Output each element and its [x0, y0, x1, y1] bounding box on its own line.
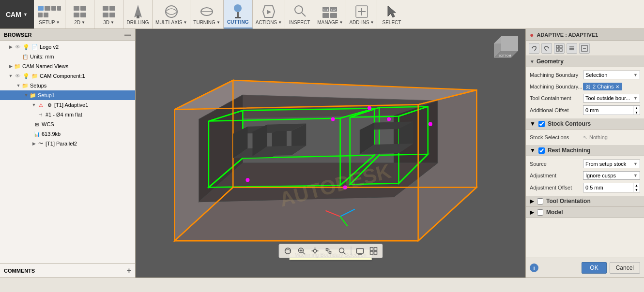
toolbar-group-drilling[interactable]: DRILLING — [123, 0, 153, 29]
svg-text:G2: G2 — [331, 8, 336, 12]
orientation-cube[interactable]: BOTTOM — [487, 34, 521, 68]
model-checkbox[interactable] — [537, 209, 543, 216]
label-tool: #1 - Ø4 mm flat — [46, 112, 82, 117]
adjustment-select[interactable]: Ignore cusps ▼ — [583, 171, 640, 180]
tree-item-parallel2[interactable]: ▶ 〜 [T1] Parallel2 — [0, 139, 135, 148]
stock-selections-label: Stock Selections — [530, 134, 583, 140]
expand-setup1[interactable]: ▼ — [23, 92, 29, 98]
source-select[interactable]: From setup stock ▼ — [583, 160, 640, 168]
tree-item-setups[interactable]: ▼ 📁 Setups — [0, 81, 135, 90]
toolbar-group-setup[interactable]: SETUP ▼ — [34, 0, 65, 29]
expand-tool — [31, 112, 37, 117]
additional-offset-input[interactable]: 0 mm — [583, 106, 633, 114]
svg-rect-0 — [38, 6, 44, 11]
filesize-icon: 📊 — [33, 130, 41, 138]
chains-chip[interactable]: ⛓ 2 Chains ✕ — [583, 83, 622, 90]
rp-collapse-button[interactable] — [579, 43, 590, 54]
svg-rect-108 — [560, 49, 562, 51]
tree-item-filesize[interactable]: 📊 613.9kb — [0, 129, 135, 139]
vbt-fit-button[interactable] — [322, 246, 334, 256]
tree-item-cam-component[interactable]: ▼ 👁 💡 📁 CAM Component:1 — [0, 71, 135, 81]
vbt-display-button[interactable] — [354, 246, 366, 256]
toolbar-group-2d[interactable]: 2D ▼ — [65, 0, 94, 29]
tool-containment-dropdown-arrow: ▼ — [633, 96, 638, 101]
vbt-search-button[interactable] — [336, 246, 348, 256]
tree-item-named-views[interactable]: ▶ 📁 CAM Named Views — [0, 61, 135, 71]
stock-contours-checkbox[interactable] — [538, 121, 545, 127]
toolbar-group-select[interactable]: SELECT — [377, 0, 406, 29]
rp-undo-button[interactable] — [529, 43, 539, 54]
tree-item-units[interactable]: 📋 Units: mm — [0, 52, 135, 61]
viewport[interactable]: AUTODESK BOTTOM Machining Boundary Selec… — [136, 29, 525, 277]
light-icon-logo[interactable]: 💡 — [22, 43, 30, 51]
toolbar-group-3d[interactable]: 3D ▼ — [94, 0, 123, 29]
adjustment-offset-up[interactable]: ▲ — [633, 183, 640, 188]
chains-close-button[interactable]: ✕ — [615, 84, 619, 89]
toolbar-group-addins[interactable]: ADD-INS ▼ — [346, 0, 377, 29]
eye-icon-cam[interactable]: 👁 — [14, 72, 21, 80]
label-parallel2: [T1] Parallel2 — [46, 141, 77, 146]
tool-orientation-checkbox[interactable] — [537, 198, 543, 204]
rp-grid-button[interactable] — [554, 43, 565, 54]
additional-offset-up[interactable]: ▲ — [633, 106, 640, 110]
stock-contours-section-header[interactable]: ▼ Stock Contours — [526, 118, 644, 130]
toolbar-group-turning[interactable]: TURNING ▼ — [190, 0, 223, 29]
tool-orientation-section-header[interactable]: ▶ Tool Orientation — [526, 196, 644, 207]
svg-text:BOTTOM: BOTTOM — [499, 54, 511, 57]
machining-boundary-select[interactable]: Selection ▼ — [583, 71, 640, 79]
expand-parallel2[interactable]: ▶ — [31, 141, 37, 146]
expand-named-views[interactable]: ▶ — [8, 63, 14, 69]
app-brand[interactable]: CAM ▼ — [0, 0, 34, 29]
toolbar-group-actions[interactable]: ▶ ACTIONS ▼ — [253, 0, 285, 29]
adjustment-offset-row: Adjustment Offset 0.5 mm ▲ ▼ — [526, 181, 644, 194]
tool-containment-row: Tool Containment Tool outside bour... ▼ — [526, 92, 644, 104]
vbt-pan-button[interactable] — [309, 246, 321, 256]
machining-boundary-select-text: Selection — [585, 72, 607, 78]
folder-icon-cam: 📁 — [31, 72, 39, 80]
vbt-grid-button[interactable] — [368, 246, 379, 256]
vbt-orbit-button[interactable] — [282, 246, 293, 256]
svg-point-24 — [295, 6, 303, 14]
expand-adaptive1[interactable]: ▼ — [31, 102, 37, 108]
cancel-button[interactable]: Cancel — [610, 262, 640, 274]
vbt-zoom-button[interactable] — [295, 246, 307, 256]
ok-button[interactable]: OK — [582, 262, 606, 274]
rp-redo-button[interactable] — [541, 43, 552, 54]
adjustment-offset-spinner[interactable]: 0.5 mm ▲ ▼ — [583, 183, 640, 192]
info-icon[interactable]: i — [530, 263, 538, 272]
expand-cam-component[interactable]: ▼ — [8, 73, 14, 79]
multiaxis-icons — [164, 4, 179, 19]
adjustment-offset-down[interactable]: ▼ — [633, 188, 640, 192]
model-section-header[interactable]: ▶ Model — [526, 207, 644, 218]
tree-item-adaptive1[interactable]: ▼ ⚠ ⚙ [T1] Adaptive1 — [0, 100, 135, 110]
rest-machining-checkbox[interactable] — [538, 147, 545, 154]
comments-add-button[interactable]: + — [127, 266, 131, 275]
geometry-section-header[interactable]: ▼ Geometry — [526, 56, 644, 67]
additional-offset-down[interactable]: ▼ — [633, 110, 640, 115]
tree-item-logo[interactable]: ▶ 👁 💡 📄 Logo v2 — [0, 42, 135, 52]
additional-offset-spinner[interactable]: 0 mm ▲ ▼ — [583, 105, 640, 115]
folder-icon-setup1: 📁 — [29, 91, 37, 99]
toolbar-group-cutting[interactable]: CUTTING — [224, 0, 253, 29]
tree-item-setup1[interactable]: ▼ 📁 Setup1 — [0, 90, 135, 100]
error-icon-adaptive1: ⚠ — [37, 101, 45, 109]
tree-item-wcs[interactable]: ⊞ WCS — [0, 119, 135, 129]
adjustment-dropdown-arrow: ▼ — [633, 173, 638, 178]
eye-icon-logo[interactable]: 👁 — [14, 43, 21, 51]
rp-list-button[interactable] — [567, 43, 577, 54]
cursor-icon: ↖ — [583, 134, 587, 141]
expand-logo[interactable]: ▶ — [8, 44, 14, 50]
rest-machining-section-header[interactable]: ▼ Rest Machining — [526, 145, 644, 156]
expand-setups[interactable]: ▼ — [15, 83, 21, 88]
toolbar-group-inspect[interactable]: INSPECT — [285, 0, 314, 29]
adjustment-offset-input[interactable]: 0.5 mm — [583, 184, 633, 191]
toolbar-group-manage[interactable]: G1 G2 MANAGE ▼ — [314, 0, 346, 29]
inspect-label: INSPECT — [289, 20, 310, 25]
tree-item-tool[interactable]: ⊤ #1 - Ø4 mm flat — [0, 110, 135, 119]
tool-containment-select[interactable]: Tool outside bour... ▼ — [583, 94, 640, 102]
light-icon-cam[interactable]: 💡 — [22, 72, 30, 80]
tool-containment-value: Tool outside bour... ▼ — [583, 94, 640, 102]
browser-collapse-icon[interactable]: — — [124, 31, 131, 39]
stock-contours-expand-icon: ▼ — [530, 120, 536, 127]
toolbar-group-multiaxis[interactable]: MULTI-AXIS ▼ — [153, 0, 190, 29]
